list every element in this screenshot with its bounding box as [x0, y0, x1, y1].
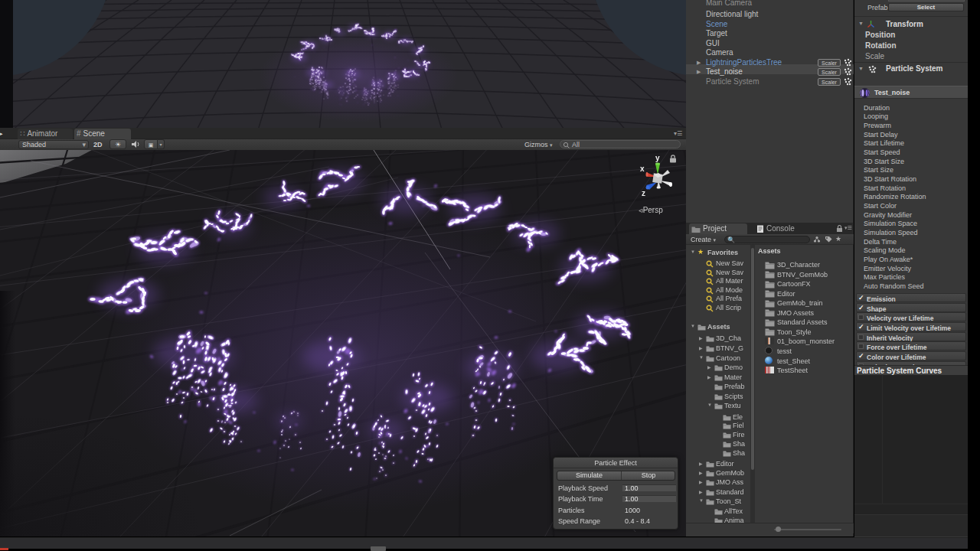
svg-text:⪦Persp: ⪦Persp [639, 206, 663, 214]
svg-text:y: y [655, 154, 660, 162]
svg-text:x: x [640, 165, 645, 173]
svg-text:z: z [642, 189, 645, 197]
